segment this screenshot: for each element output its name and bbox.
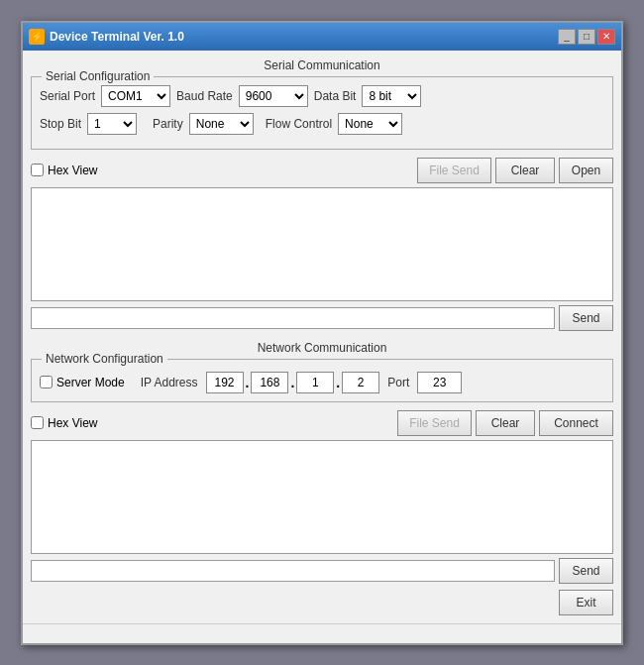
serial-toolbar: Hex View File Send Clear Open [31, 158, 613, 183]
restore-button[interactable]: □ [578, 29, 595, 45]
serial-config-title: Serial Configuration [42, 69, 154, 83]
network-file-send-button[interactable]: File Send [397, 410, 472, 436]
serial-row-2: Stop Bit 1 1.5 2 Parity None Odd Even Ma… [40, 113, 604, 135]
serial-hex-view-text: Hex View [48, 164, 97, 177]
network-connect-button[interactable]: Connect [539, 410, 613, 436]
title-bar-left: ⚡ Device Terminal Ver. 1.0 [29, 29, 184, 45]
serial-send-row: Send [31, 305, 613, 331]
serial-row-1: Serial Port COM1 COM2 COM3 COM4 Baud Rat… [40, 85, 604, 107]
baud-rate-select[interactable]: 9600 1200 2400 4800 19200 38400 57600 11… [239, 85, 308, 107]
port-label: Port [387, 376, 409, 389]
serial-port-select[interactable]: COM1 COM2 COM3 COM4 [101, 85, 170, 107]
network-send-input[interactable] [31, 560, 555, 582]
flow-control-select[interactable]: None Hardware Software [338, 113, 402, 135]
serial-send-button[interactable]: Send [559, 305, 613, 331]
network-hex-view-checkbox[interactable] [31, 416, 44, 429]
ip-segment-4[interactable] [342, 372, 379, 393]
stop-bit-select[interactable]: 1 1.5 2 [87, 113, 137, 135]
ip-dot-3: . [336, 375, 340, 390]
exit-button[interactable]: Exit [559, 590, 613, 615]
serial-send-input[interactable] [31, 307, 555, 329]
data-bit-select[interactable]: 8 bit 7 bit 6 bit 5 bit [362, 85, 421, 107]
serial-hex-view-checkbox[interactable] [31, 164, 44, 176]
network-hex-view-text: Hex View [48, 416, 97, 430]
network-text-area[interactable] [31, 440, 613, 554]
serial-port-label: Serial Port [40, 89, 95, 103]
ip-address-label: IP Address [141, 376, 198, 389]
network-config-group: Network Configuration Server Mode IP Add… [31, 359, 613, 402]
network-clear-button[interactable]: Clear [476, 410, 535, 436]
port-input[interactable] [417, 372, 462, 393]
server-mode-label[interactable]: Server Mode [40, 376, 125, 389]
serial-file-send-button[interactable]: File Send [417, 158, 491, 183]
main-window: ⚡ Device Terminal Ver. 1.0 _ □ ✕ Serial … [21, 21, 623, 645]
server-mode-text: Server Mode [56, 376, 125, 389]
exit-row: Exit [31, 590, 613, 615]
serial-clear-button[interactable]: Clear [495, 158, 555, 183]
network-hex-view-label[interactable]: Hex View [31, 416, 393, 430]
bottom-bar [23, 623, 621, 643]
network-send-button[interactable]: Send [559, 558, 613, 584]
serial-text-area[interactable] [31, 187, 613, 301]
ip-segment-2[interactable] [251, 372, 288, 393]
network-toolbar: Hex View File Send Clear Connect [31, 410, 613, 436]
minimize-button[interactable]: _ [558, 29, 576, 45]
title-bar: ⚡ Device Terminal Ver. 1.0 _ □ ✕ [23, 23, 621, 51]
network-config-title: Network Configuration [42, 352, 167, 366]
server-mode-checkbox[interactable] [40, 376, 53, 388]
baud-rate-label: Baud Rate [176, 89, 233, 103]
parity-label: Parity [153, 117, 183, 131]
ip-dot-2: . [290, 375, 294, 390]
network-config-row: Server Mode IP Address . . . Port [40, 372, 604, 393]
window-title: Device Terminal Ver. 1.0 [50, 30, 184, 44]
data-bit-label: Data Bit [314, 89, 357, 103]
main-content: Serial Communication Serial Configuratio… [23, 51, 621, 623]
ip-address-group: . . . [206, 372, 380, 393]
app-icon: ⚡ [29, 29, 45, 45]
serial-config-group: Serial Configuration Serial Port COM1 CO… [31, 76, 613, 150]
parity-select[interactable]: None Odd Even Mark Space [189, 113, 254, 135]
network-send-row: Send [31, 558, 613, 584]
close-button[interactable]: ✕ [597, 29, 615, 45]
serial-hex-view-label[interactable]: Hex View [31, 164, 413, 177]
ip-segment-1[interactable] [206, 372, 244, 393]
stop-bit-label: Stop Bit [40, 117, 81, 131]
serial-open-button[interactable]: Open [559, 158, 613, 183]
ip-dot-1: . [246, 375, 250, 390]
title-buttons: _ □ ✕ [558, 29, 615, 45]
flow-control-label: Flow Control [266, 117, 332, 131]
ip-segment-3[interactable] [296, 372, 334, 393]
